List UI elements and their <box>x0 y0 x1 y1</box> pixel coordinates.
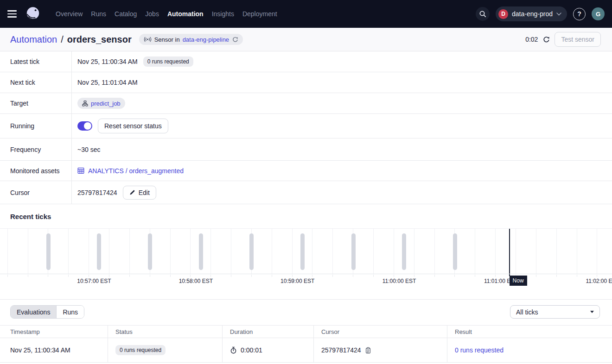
test-sensor-button[interactable]: Test sensor <box>555 32 601 47</box>
workspace-name: data-eng-prod <box>512 10 553 18</box>
row-monitored-assets: Monitored assets ANALYTICS / orders_augm… <box>0 161 612 181</box>
sensor-badge-prefix: Sensor in <box>154 36 180 43</box>
tick-bar[interactable] <box>351 233 356 270</box>
workspace-switcher[interactable]: D data-eng-prod <box>496 6 567 21</box>
row-result-link[interactable]: 0 runs requested <box>455 346 504 354</box>
nav-item-automation[interactable]: Automation <box>167 10 204 18</box>
tick-filter-select[interactable]: All ticks <box>510 305 600 319</box>
chart-gridline <box>414 229 414 274</box>
chart-gridline <box>536 229 536 274</box>
row-running: Running Reset sensor status <box>0 114 612 138</box>
next-tick-label: Next tick <box>0 72 72 93</box>
reset-sensor-status-button[interactable]: Reset sensor status <box>98 119 168 133</box>
menu-icon[interactable] <box>7 7 20 20</box>
chevron-down-icon <box>556 13 561 16</box>
chart-gridline <box>129 229 130 274</box>
nav-item-jobs[interactable]: Jobs <box>145 10 159 18</box>
chart-gridline <box>170 229 171 274</box>
nav-item-overview[interactable]: Overview <box>56 10 83 18</box>
axis-tick-mark <box>28 275 28 277</box>
sensor-type-badge: Sensor in data-eng-pipeline <box>139 34 243 45</box>
pencil-icon <box>129 189 135 195</box>
nav-item-deployment[interactable]: Deployment <box>242 10 277 18</box>
tab-runs[interactable]: Runs <box>56 306 84 318</box>
chart-gridline <box>597 229 597 274</box>
axis-tick-mark <box>597 275 597 277</box>
target-job-pill[interactable]: predict_job <box>77 98 125 109</box>
axis-tick-mark <box>150 275 150 277</box>
axis-time-label: 11:02:00 EST <box>582 278 612 284</box>
tick-bar[interactable] <box>249 233 254 270</box>
monitored-asset-link[interactable]: ANALYTICS / orders_augmented <box>77 167 184 175</box>
tick-bar[interactable] <box>46 233 51 270</box>
chart-gridline <box>434 229 435 274</box>
axis-tick-mark <box>170 275 171 277</box>
axis-tick-mark <box>89 275 89 277</box>
edit-cursor-button[interactable]: Edit <box>123 186 156 200</box>
axis-tick-mark <box>292 275 293 277</box>
tick-bar[interactable] <box>453 233 457 270</box>
tick-bar[interactable] <box>199 233 203 270</box>
breadcrumb-separator: / <box>61 34 64 45</box>
tick-bar[interactable] <box>148 233 152 270</box>
axis-tick-mark <box>210 275 211 277</box>
row-cursor: 25797817424 <box>321 346 361 354</box>
axis-tick-mark <box>394 275 394 277</box>
tick-bar[interactable] <box>97 233 101 270</box>
asset-table-icon <box>77 167 84 174</box>
row-duration: 0:00:01 <box>241 346 262 354</box>
running-label: Running <box>0 114 72 138</box>
poll-countdown: 0:02 <box>525 36 538 43</box>
row-next-tick: Next tick Nov 25, 11:01:04 AM <box>0 72 612 93</box>
nav-links: Overview Runs Catalog Jobs Automation In… <box>56 10 277 18</box>
nav-item-runs[interactable]: Runs <box>91 10 106 18</box>
chart-gridline <box>495 229 496 274</box>
cursor-value: 25797817424 <box>77 189 117 196</box>
axis-tick-mark <box>414 275 414 277</box>
chart-gridline <box>7 229 8 274</box>
target-job-link[interactable]: predict_job <box>91 100 121 107</box>
evaluations-table: Timestamp Status Duration Cursor Result … <box>0 325 612 363</box>
axis-tick-mark <box>454 275 455 277</box>
copy-cursor-icon[interactable] <box>365 347 371 354</box>
chart-gridline <box>475 229 475 274</box>
help-icon[interactable]: ? <box>573 8 586 20</box>
monitored-asset-text: ANALYTICS / orders_augmented <box>88 167 184 175</box>
refresh-icon[interactable] <box>542 36 550 43</box>
stopwatch-icon <box>230 346 237 354</box>
col-cursor: Cursor <box>314 326 447 338</box>
axis-tick-mark <box>312 275 312 277</box>
tick-bar[interactable] <box>300 233 305 270</box>
row-status-pill: 0 runs requested <box>115 345 166 355</box>
chart-gridline <box>68 229 69 274</box>
table-row: Nov 25, 11:00:34 AM 0 runs requested 0:0… <box>0 338 612 363</box>
running-toggle[interactable] <box>77 121 92 131</box>
latest-tick-label: Latest tick <box>0 51 72 72</box>
tab-evaluations[interactable]: Evaluations <box>11 306 56 318</box>
nav-item-insights[interactable]: Insights <box>212 10 234 18</box>
axis-tick-mark <box>373 275 374 277</box>
avatar[interactable]: G <box>592 7 605 20</box>
axis-tick-mark <box>68 275 69 277</box>
axis-tick-mark <box>48 275 48 277</box>
row-frequency: Frequency ~30 sec <box>0 138 612 161</box>
nav-item-catalog[interactable]: Catalog <box>115 10 137 18</box>
next-tick-value: Nov 25, 11:01:04 AM <box>77 79 138 86</box>
tick-bar[interactable] <box>402 233 406 270</box>
axis-tick-mark <box>556 275 557 277</box>
col-timestamp: Timestamp <box>0 326 108 338</box>
axis-tick-mark <box>190 275 191 277</box>
chart-gridline <box>332 229 333 274</box>
reload-location-icon[interactable] <box>232 36 238 43</box>
axis-tick-mark <box>577 275 577 277</box>
breadcrumb-automation-link[interactable]: Automation <box>10 34 57 45</box>
dagster-logo-icon[interactable] <box>25 6 41 22</box>
row-latest-tick: Latest tick Nov 25, 11:00:34 AM 0 runs r… <box>0 51 612 72</box>
recent-ticks-chart[interactable] <box>0 228 612 274</box>
job-icon <box>82 100 88 107</box>
axis-tick-mark <box>109 275 109 277</box>
axis-tick-mark <box>129 275 130 277</box>
row-target: Target predict_job <box>0 93 612 114</box>
code-location-link[interactable]: data-eng-pipeline <box>183 36 229 43</box>
search-icon[interactable] <box>476 7 490 21</box>
